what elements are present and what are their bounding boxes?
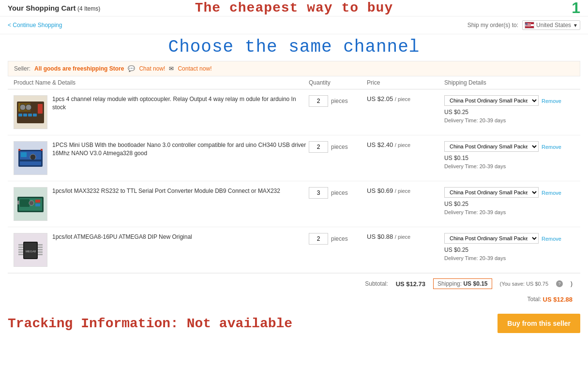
chat-now-button[interactable]: Chat now!: [139, 65, 165, 72]
product-info-2: 1PCS Mini USB With the bootloader Nano 3…: [52, 141, 309, 158]
product-info-3: 1pcs/lot MAX3232 RS232 to TTL Serial Por…: [52, 187, 280, 195]
ship-label: Ship my order(s) to:: [467, 22, 518, 29]
quantity-cell-3: pieces: [309, 187, 367, 199]
buy-from-seller-button[interactable]: Buy from this seller: [498, 314, 580, 333]
delivery-time-2: Delivery Time: 20-39 days: [444, 163, 574, 169]
price-per-4: / piece: [395, 234, 410, 240]
svg-rect-9: [38, 104, 43, 114]
promo-text: The cheapest way to buy: [195, 0, 393, 15]
quantity-input-4[interactable]: [309, 233, 328, 245]
table-header: Product Name & Details Quantity Price Sh…: [8, 76, 580, 89]
shipping-dropdown-1[interactable]: China Post Ordinary Small Packet: [444, 95, 539, 106]
svg-rect-26: [18, 244, 23, 246]
delivery-time-3: Delivery Time: 20-39 days: [444, 209, 574, 215]
svg-point-4: [26, 104, 31, 110]
seller-bar: Seller: All goods are freeshipping Store…: [8, 61, 580, 76]
table-row: 1PCS Mini USB With the bootloader Nano 3…: [8, 135, 580, 181]
ship-to: Ship my order(s) to: 🇺🇸 United States ▼: [467, 20, 580, 30]
svg-rect-5: [18, 114, 22, 116]
quantity-cell-2: pieces: [309, 141, 367, 153]
price-cell-1: US $2.05 / piece: [367, 95, 444, 102]
pieces-label-2: pieces: [331, 144, 348, 150]
price-3: US $0.69: [367, 187, 393, 194]
envelope-icon: ✉: [169, 65, 174, 72]
continue-shopping-link[interactable]: < Continue Shopping: [8, 22, 62, 29]
product-cell-4: MEGA8 1pcs/lot ATMEGA8-16PU ATMEGA8 DIP …: [14, 233, 309, 267]
svg-rect-30: [18, 254, 23, 255]
tracking-text: Tracking Information: Not available: [8, 316, 292, 331]
svg-rect-7: [28, 114, 32, 116]
col-quantity: Quantity: [309, 79, 367, 86]
col-price: Price: [367, 79, 444, 86]
product-cell-2: 1PCS Mini USB With the bootloader Nano 3…: [14, 141, 309, 175]
svg-rect-33: [38, 249, 43, 250]
col-shipping: Shipping Details: [444, 79, 574, 86]
quantity-cell-1: pieces: [309, 95, 367, 107]
shipping-total-amount: US $0.15: [463, 280, 487, 287]
quantity-cell-4: pieces: [309, 233, 367, 245]
shipping-dropdown-3[interactable]: China Post Ordinary Small Packet: [444, 187, 539, 198]
ship-destination: United States: [536, 22, 571, 29]
svg-point-13: [30, 154, 36, 160]
ship-destination-selector[interactable]: 🇺🇸 United States ▼: [522, 20, 580, 30]
svg-rect-31: [38, 244, 43, 246]
shipping-cell-1: China Post Ordinary Small Packet Remove …: [444, 95, 574, 123]
product-info-1: 1pcs 4 channel relay module with optocou…: [52, 95, 309, 112]
price-cell-4: US $0.88 / piece: [367, 233, 444, 240]
svg-rect-12: [21, 152, 27, 157]
nav-bar: < Continue Shopping Ship my order(s) to:…: [0, 16, 588, 34]
table-row: 1pcs 4 channel relay module with optocou…: [8, 89, 580, 135]
shipping-select-row-3: China Post Ordinary Small Packet Remove: [444, 187, 574, 198]
shipping-total-box: Shipping: US $0.15: [433, 278, 492, 289]
subtotal-amount: US $12.73: [396, 280, 425, 288]
remove-button-3[interactable]: Remove: [542, 190, 561, 196]
cart-title: Your Shopping Cart (4 Items): [8, 4, 100, 12]
shipping-cell-3: China Post Ordinary Small Packet Remove …: [444, 187, 574, 215]
shipping-select-row-1: China Post Ordinary Small Packet Remove: [444, 95, 574, 106]
subtotal-label: Subtotal:: [365, 280, 388, 287]
shipping-cost-3: US $0.25: [444, 201, 574, 207]
remove-button-1[interactable]: Remove: [542, 98, 561, 104]
shipping-cost-2: US $0.15: [444, 155, 574, 161]
price-1: US $2.05: [367, 95, 393, 102]
delivery-time-4: Delivery Time: 20-39 days: [444, 255, 574, 261]
shipping-cell-4: China Post Ordinary Small Packet Remove …: [444, 233, 574, 261]
quantity-input-3[interactable]: [309, 187, 328, 199]
shipping-dropdown-4[interactable]: China Post Ordinary Small Packet: [444, 233, 539, 244]
delivery-time-1: Delivery Time: 20-39 days: [444, 117, 574, 123]
svg-point-20: [29, 201, 34, 205]
remove-button-2[interactable]: Remove: [542, 144, 561, 150]
pieces-label-1: pieces: [331, 98, 348, 104]
svg-rect-23: [17, 201, 19, 204]
promo-number: 1: [572, 0, 580, 17]
svg-rect-35: [38, 254, 43, 255]
save-text: (You save: US $0.75: [500, 281, 549, 287]
seller-label: Seller:: [14, 65, 30, 72]
svg-rect-15: [18, 149, 20, 151]
total-amount: US $12.88: [543, 296, 573, 303]
svg-rect-21: [35, 200, 40, 203]
shipping-dropdown-2[interactable]: China Post Ordinary Small Packet: [444, 141, 539, 152]
quantity-input-1[interactable]: [309, 95, 328, 107]
svg-rect-29: [18, 251, 23, 253]
product-image-3: [14, 187, 47, 221]
remove-button-4[interactable]: Remove: [542, 236, 561, 242]
contact-now-button[interactable]: Contact now!: [178, 65, 211, 72]
shipping-cell-2: China Post Ordinary Small Packet Remove …: [444, 141, 574, 169]
price-cell-2: US $2.40 / piece: [367, 141, 444, 148]
price-4: US $0.88: [367, 233, 393, 240]
shipping-total-label: Shipping:: [437, 280, 462, 287]
svg-rect-8: [33, 114, 37, 116]
quantity-input-2[interactable]: [309, 141, 328, 153]
save-close-paren: ): [571, 280, 573, 287]
svg-rect-27: [18, 247, 23, 248]
help-icon[interactable]: ?: [556, 280, 563, 287]
product-image-4: MEGA8: [14, 233, 47, 267]
total-label: Total:: [528, 296, 542, 303]
product-name-3: 1pcs/lot MAX3232 RS232 to TTL Serial Por…: [52, 187, 280, 195]
annotation-banner: Choose the same channel: [0, 34, 588, 57]
price-per-2: / piece: [395, 142, 410, 148]
price-cell-3: US $0.69 / piece: [367, 187, 444, 194]
product-cell-1: 1pcs 4 channel relay module with optocou…: [14, 95, 309, 129]
table-row: MEGA8 1pcs/lot ATMEGA8-16PU ATMEGA8 DIP …: [8, 227, 580, 273]
